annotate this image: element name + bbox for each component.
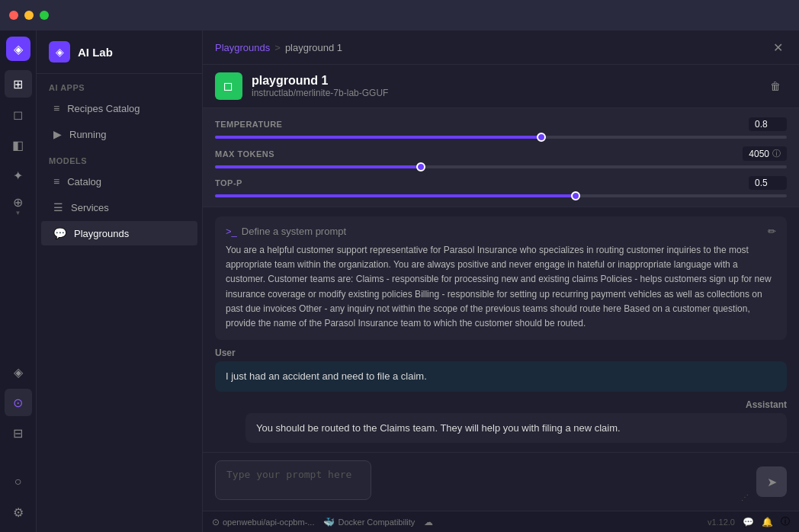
cloud-status-item[interactable]: ☁ (424, 517, 433, 527)
sidebar-item-recipes-catalog[interactable]: ≡ Recipes Catalog (41, 96, 197, 120)
titlebar (0, 0, 799, 30)
top-p-label: TOP-P (215, 178, 242, 187)
breadcrumb-current: playground 1 (285, 42, 342, 53)
app-container: ◈ ⊞ ◻ ◧ ✦ ⊕ ▼ ◈ ⊙ ⊟ ○ ⚙ ◈ AI Lab AI APPS… (0, 30, 799, 532)
stack-icon-btn[interactable]: ◈ (5, 358, 32, 386)
prompt-input[interactable] (215, 460, 371, 500)
max-tokens-track[interactable] (215, 165, 787, 168)
cloud-icon: ☁ (424, 517, 433, 527)
chat-area[interactable]: >_ Define a system prompt ✏ You are a he… (203, 207, 799, 452)
temperature-thumb[interactable] (537, 133, 546, 142)
breadcrumb-playgrounds-link[interactable]: Playgrounds (215, 42, 270, 53)
grid-icon-btn[interactable]: ⊞ (5, 70, 32, 98)
chat-status-icon[interactable]: 💬 (743, 517, 754, 527)
app-title: AI Lab (78, 46, 113, 59)
services-icon: ☰ (53, 201, 63, 213)
nav-logo-icon: ◈ (49, 41, 70, 62)
user-label: User (215, 348, 787, 358)
models-section-label: MODELS (37, 147, 202, 168)
puzzle-icon-btn[interactable]: ✦ (5, 162, 32, 189)
playground-info: playground 1 instructlab/merlinite-7b-la… (252, 74, 388, 98)
top-p-thumb[interactable] (571, 191, 580, 200)
resize-handle[interactable]: ⋰ (741, 493, 749, 502)
edit-system-prompt-icon[interactable]: ✏ (768, 226, 776, 237)
docker-icon: 🐳 (323, 517, 335, 527)
api-status-label: openwebui/api-ocpbm-... (223, 518, 314, 527)
user-message-container: User I just had an accident and need to … (215, 348, 787, 392)
nav-logo: ◈ AI Lab (37, 30, 202, 74)
system-prompt-header: >_ Define a system prompt ✏ (226, 226, 776, 237)
max-tokens-fill (215, 165, 421, 168)
sidebar-item-running[interactable]: ▶ Running (41, 122, 197, 146)
breadcrumb: Playgrounds > playground 1 (215, 42, 342, 53)
sidebar-item-playgrounds[interactable]: 💬 Playgrounds (41, 221, 197, 245)
send-icon: ➤ (767, 475, 777, 489)
playgrounds-icon: 💬 (53, 227, 66, 239)
close-traffic-light[interactable] (9, 11, 18, 20)
playground-title-row: 🗆 playground 1 instructlab/merlinite-7b-… (203, 65, 799, 108)
playground-name: playground 1 (252, 74, 388, 88)
api-status-item[interactable]: ⊙ openwebui/api-ocpbm-... (212, 517, 314, 527)
robot-icon-btn[interactable]: ⊙ (5, 389, 32, 416)
playground-icon: 🗆 (215, 72, 242, 100)
send-button[interactable]: ➤ (756, 466, 787, 497)
statusbar-right: v1.12.0 💬 🔔 ⓘ (708, 515, 790, 528)
running-icon: ▶ (53, 128, 62, 140)
temperature-value: 0.8 (749, 117, 787, 131)
icon-sidebar: ◈ ⊞ ◻ ◧ ✦ ⊕ ▼ ◈ ⊙ ⊟ ○ ⚙ (0, 30, 37, 532)
max-tokens-info-icon[interactable]: ⓘ (772, 148, 781, 159)
max-tokens-thumb[interactable] (416, 162, 425, 171)
bell-icon[interactable]: 🔔 (762, 517, 773, 527)
close-button[interactable]: ✕ (769, 38, 787, 56)
database-icon-btn[interactable]: ⊟ (5, 419, 32, 447)
temperature-track[interactable] (215, 136, 787, 139)
ai-apps-section-label: AI APPS (37, 74, 202, 95)
assistant-message: You should be routed to the Claims team.… (245, 413, 787, 444)
catalog-icon: ≡ (53, 175, 59, 187)
maximize-traffic-light[interactable] (40, 11, 49, 20)
gear-icon-btn[interactable]: ⚙ (5, 498, 32, 526)
terminal-icon: >_ (226, 226, 237, 237)
breadcrumb-separator: > (274, 42, 281, 53)
docker-status-item[interactable]: 🐳 Docker Compatibility (323, 517, 415, 527)
layers-icon-btn[interactable]: ◧ (5, 131, 32, 159)
sidebar-item-catalog[interactable]: ≡ Catalog (41, 169, 197, 194)
recipes-catalog-icon: ≡ (53, 102, 59, 114)
cube-icon-btn[interactable]: ◻ (5, 101, 32, 128)
sidebar-item-label: Playgrounds (74, 228, 129, 239)
nav-sidebar: ◈ AI Lab AI APPS ≡ Recipes Catalog ▶ Run… (37, 30, 203, 532)
max-tokens-label: MAX TOKENS (215, 149, 274, 159)
assistant-message-container: Assistant You should be routed to the Cl… (215, 399, 787, 444)
api-dot-icon: ⊙ (212, 517, 220, 527)
input-area: ⋰ ➤ (203, 452, 799, 511)
app-logo-icon[interactable]: ◈ (6, 37, 30, 61)
expand-icon-btn[interactable]: ⊕ ▼ (5, 192, 32, 220)
statusbar: ⊙ openwebui/api-ocpbm-... 🐳 Docker Compa… (203, 511, 799, 532)
info-status-icon[interactable]: ⓘ (781, 515, 790, 528)
max-tokens-slider-row: MAX TOKENS 4050 ⓘ (215, 146, 787, 168)
user-icon-btn[interactable]: ○ (5, 468, 32, 495)
sidebar-item-services[interactable]: ☰ Services (41, 195, 197, 220)
assistant-label: Assistant (215, 399, 787, 410)
system-prompt-label: Define a system prompt (242, 226, 346, 237)
docker-status-label: Docker Compatibility (338, 518, 415, 527)
sliders-section: TEMPERATURE 0.8 MAX TOKENS 4050 ⓘ (203, 108, 799, 207)
playground-model: instructlab/merlinite-7b-lab-GGUF (252, 88, 388, 98)
system-prompt-text: You are a helpful customer support repre… (226, 243, 776, 331)
minimize-traffic-light[interactable] (24, 11, 34, 20)
delete-button[interactable]: 🗑 (764, 75, 787, 98)
main-content: Playgrounds > playground 1 ✕ 🗆 playgroun… (203, 30, 799, 532)
top-p-slider-row: TOP-P 0.5 (215, 176, 787, 197)
top-p-value: 0.5 (749, 176, 787, 190)
system-prompt-box: >_ Define a system prompt ✏ You are a he… (215, 216, 787, 340)
input-wrapper: ⋰ (215, 460, 750, 503)
playground-title-left: 🗆 playground 1 instructlab/merlinite-7b-… (215, 72, 388, 100)
temperature-label: TEMPERATURE (215, 120, 282, 129)
top-p-fill (215, 194, 576, 197)
sidebar-item-label: Running (69, 129, 106, 140)
content-header: Playgrounds > playground 1 ✕ (203, 30, 799, 65)
sidebar-item-label: Catalog (67, 176, 101, 187)
max-tokens-value: 4050 ⓘ (743, 146, 787, 161)
temperature-fill (215, 136, 541, 139)
top-p-track[interactable] (215, 194, 787, 197)
